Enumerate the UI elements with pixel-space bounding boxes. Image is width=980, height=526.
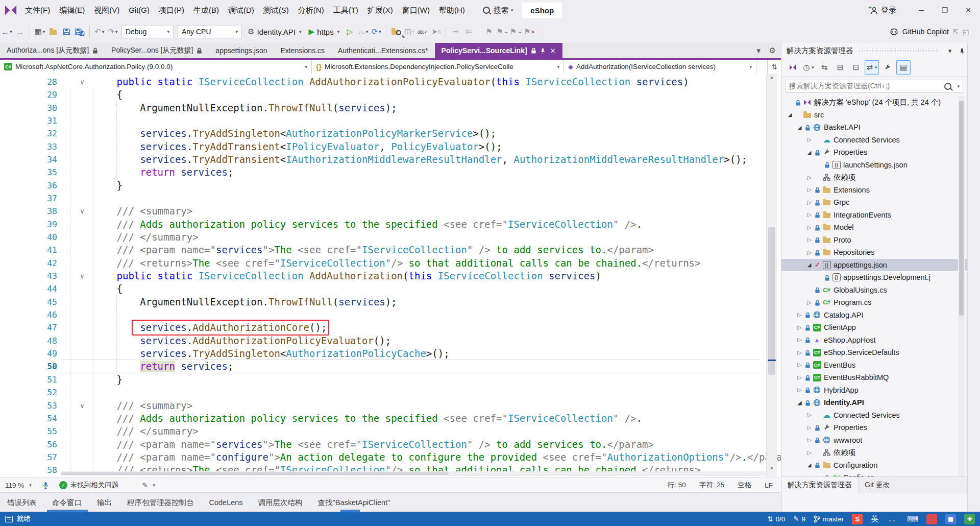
solution-window-button[interactable]: ◫≡ [403, 25, 415, 39]
menu-item-10[interactable]: 扩展(X) [363, 4, 398, 16]
auto-hide-pin-button[interactable] [956, 47, 968, 55]
tree-item-Repositories[interactable]: ▷Repositories [781, 246, 967, 259]
window-position-button[interactable]: ▾ [944, 47, 956, 55]
menu-item-5[interactable]: 生成(B) [189, 4, 224, 16]
fold-chevron-icon[interactable]: ∨ [78, 76, 87, 88]
ime-keyboard-icon[interactable]: ⌨ [907, 514, 918, 523]
fold-chevron-icon[interactable]: ∨ [78, 270, 87, 282]
editor-horizontal-scrollbar[interactable] [61, 471, 766, 476]
git-sync-indicator[interactable]: ⇅ 0/0 [767, 515, 785, 523]
tree-item-依赖项[interactable]: ▷依赖项 [781, 171, 967, 184]
ime-grid-tool-icon[interactable]: ▦ [945, 514, 956, 524]
dictation-button[interactable] [42, 482, 49, 489]
cursor-select-button[interactable]: ➤▯ [430, 25, 442, 39]
tree-item-launchSettings.json[interactable]: {}launchSettings.json [781, 159, 967, 172]
document-tab-0[interactable]: Authoriza...ons [从元数据] [0, 43, 105, 58]
clear-bookmarks-button[interactable]: ⚑✕ [523, 25, 535, 39]
menu-item-9[interactable]: 工具(T) [329, 4, 363, 16]
panel-tab-4[interactable]: CodeLens [209, 498, 243, 507]
ime-sogou-icon[interactable]: S [852, 514, 863, 524]
navigate-forward-button[interactable]: → [14, 25, 26, 39]
scrollbar-thumb[interactable] [959, 101, 964, 316]
tool-window-tab-0[interactable]: 解决方案资源管理器 [781, 477, 859, 493]
switch-views-button[interactable] [786, 60, 800, 75]
tool-window-tab-1[interactable]: Git 更改 [859, 477, 896, 493]
solution-platform-dropdown[interactable]: Any CPU▾ [178, 25, 242, 38]
ime-red-tool-icon[interactable] [926, 514, 937, 524]
document-tab-3[interactable]: Extensions.cs [274, 43, 331, 58]
tree-item-解决方案 'eShop' (24 个项目, 共 24 个)[interactable]: 解决方案 'eShop' (24 个项目, 共 24 个) [781, 96, 967, 109]
collapsed-wedge-icon[interactable]: ▷ [795, 337, 804, 343]
ime-language-indicator[interactable]: 英 [871, 514, 878, 524]
tree-item-Program.cs[interactable]: ▷C#Program.cs [781, 296, 967, 309]
code-editor[interactable]: public static IServiceCollection AddAuth… [0, 74, 781, 477]
notifications-icon[interactable] [5, 516, 13, 522]
solution-explorer-search[interactable]: 搜索解决方案资源管理器(Ctrl+;) ▾ [786, 80, 963, 93]
scroll-up-icon[interactable]: ▲ [770, 75, 774, 80]
tab-options-gear-icon[interactable]: ⚙ [769, 46, 776, 55]
collapsed-wedge-icon[interactable]: ▷ [805, 412, 814, 418]
line-ending-indicator[interactable]: LF [765, 482, 773, 489]
breadcrumb-1[interactable]: {}Microsoft.Extensions.DependencyInjecti… [312, 60, 564, 74]
git-branch-selector[interactable]: master [814, 515, 844, 523]
next-bookmark-button[interactable]: ⚑→ [510, 25, 522, 39]
prev-bookmark-button[interactable]: ⚑← [496, 25, 508, 39]
menu-item-11[interactable]: 窗口(W) [398, 4, 434, 16]
toggle-bookmark-button[interactable]: ⚑ [483, 25, 495, 39]
menu-item-7[interactable]: 测试(S) [259, 4, 293, 16]
collapsed-wedge-icon[interactable]: ▷ [795, 324, 804, 331]
pending-edits-indicator[interactable]: ✎ 9 [793, 515, 805, 523]
tab-list-dropdown-icon[interactable]: ▼ [755, 47, 762, 55]
collapsed-wedge-icon[interactable]: ▷ [805, 236, 814, 243]
problems-indicator[interactable]: ✓ 未找到相关问题 [59, 481, 119, 490]
copilot-share-icon[interactable]: ⇱ [953, 28, 959, 36]
tree-item-wwwroot[interactable]: ▷wwwroot [781, 434, 967, 447]
tree-item-Basket.API[interactable]: ◢Basket.API [781, 121, 967, 134]
column-indicator[interactable]: 字符: 25 [699, 481, 725, 490]
tree-item-Properties[interactable]: ◢Properties [781, 146, 967, 159]
tree-item-eShop.ServiceDefaults[interactable]: ▷C#eShop.ServiceDefaults [781, 346, 967, 359]
line-indicator[interactable]: 行: 50 [668, 481, 686, 490]
collapsed-wedge-icon[interactable]: ▷ [805, 186, 814, 193]
menu-item-4[interactable]: 项目(P) [154, 4, 189, 16]
open-file-button[interactable] [47, 25, 59, 39]
code-cleanup-button[interactable]: ✎▾ [142, 481, 155, 489]
hot-reload-button[interactable]: ♨▾ [357, 25, 369, 39]
collapsed-wedge-icon[interactable]: ▷ [805, 449, 814, 456]
expanded-wedge-icon[interactable]: ◢ [805, 262, 814, 268]
collapsed-wedge-icon[interactable]: ▷ [805, 299, 814, 306]
spell-check-button[interactable]: abc✓ [416, 25, 429, 39]
tree-scrollbar[interactable] [958, 96, 965, 476]
collapsed-wedge-icon[interactable]: ▷ [805, 136, 814, 143]
split-editor-button[interactable]: ⇅ [767, 60, 781, 74]
sign-in-button[interactable]: + 登录 [868, 6, 896, 15]
tree-item-Catalog.API[interactable]: ▷Catalog.API [781, 309, 967, 322]
start-debugging-button[interactable]: ▶ https ▾ [306, 25, 343, 39]
tree-item-src[interactable]: ◢src [781, 109, 967, 122]
new-project-button[interactable]: ▦▾ [34, 25, 46, 39]
copilot-panel-icon[interactable]: ◱ [963, 28, 969, 36]
collapsed-wedge-icon[interactable]: ▷ [795, 362, 804, 368]
collapsed-wedge-icon[interactable]: ▷ [805, 424, 814, 431]
save-all-button[interactable] [74, 25, 86, 39]
tree-item-Extensions[interactable]: ▷Extensions [781, 184, 967, 197]
startup-project-dropdown[interactable]: ⚙ Identity.API ▾ [244, 25, 305, 39]
collapsed-wedge-icon[interactable]: ▷ [795, 374, 804, 381]
tree-item-EventBus[interactable]: ▷C#EventBus [781, 359, 967, 372]
collapsed-wedge-icon[interactable]: ▷ [805, 174, 814, 181]
scrollbar-thumb[interactable] [768, 227, 775, 375]
close-button[interactable]: ✕ [957, 0, 980, 20]
fold-chevron-icon[interactable]: ∨ [78, 399, 87, 412]
tree-item-HybridApp[interactable]: ▷HybridApp [781, 384, 967, 397]
sync-with-active-document-button[interactable]: ⇄▾ [865, 60, 879, 75]
document-tab-2[interactable]: appsettings.json [209, 43, 274, 58]
tree-item-appsettings.Development.j[interactable]: {}appsettings.Development.j [781, 271, 967, 284]
tree-item-Configuration[interactable]: ◢Configuration [781, 459, 967, 472]
navigate-back-button[interactable]: ←▾ [1, 25, 13, 39]
tree-item-eShop.AppHost[interactable]: ▷▲eShop.AppHost [781, 334, 967, 347]
tree-item-Identity.API[interactable]: ◢Identity.API [781, 396, 967, 409]
menu-item-8[interactable]: 分析(N) [293, 4, 329, 16]
restart-button[interactable]: ⟳▾ [370, 25, 382, 39]
breadcrumb-0[interactable]: C#Microsoft.AspNetCore.Authorization.Pol… [0, 60, 312, 74]
sync-button[interactable]: ⇆ [817, 60, 831, 75]
